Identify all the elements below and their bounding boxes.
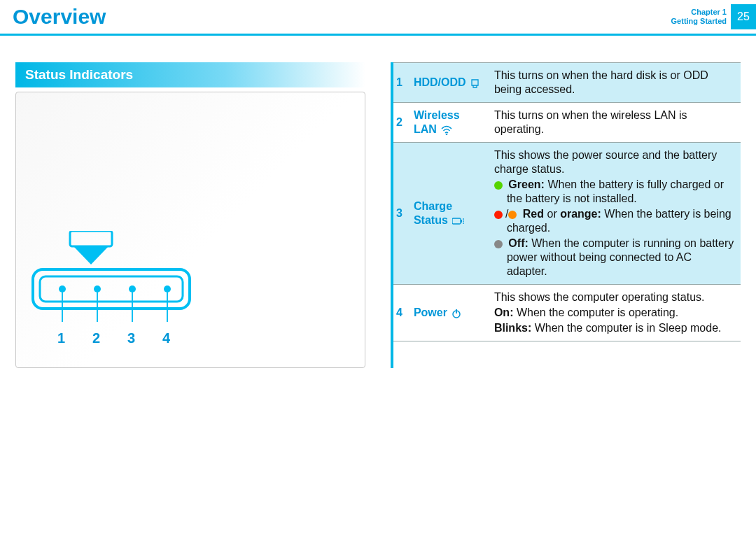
indicator-description: This shows the computer operating status… [489, 285, 741, 341]
left-column: Status Indicators [15, 62, 365, 368]
indicator-name: Power [408, 285, 489, 341]
svg-rect-13 [461, 220, 462, 223]
chapter-label: Chapter 1 Getting Started [671, 8, 727, 25]
indicator-name: HDD/ODD [408, 63, 489, 103]
description-line: Off: When the computer is running on bat… [494, 237, 735, 278]
chapter-badge: Chapter 1 Getting Started 25 [671, 4, 756, 29]
hdd-icon [470, 78, 479, 88]
status-dot-icon [494, 211, 503, 219]
status-diagram: 1 2 3 4 [15, 92, 365, 368]
led-label-4: 4 [162, 330, 170, 346]
svg-point-4 [94, 285, 101, 292]
status-dot-icon [494, 240, 503, 248]
table-row: 1HDD/ODD This turns on when the hard dis… [391, 63, 741, 103]
right-column: 1HDD/ODD This turns on when the hard dis… [391, 62, 741, 368]
description-line: This shows the computer operating status… [494, 290, 735, 304]
table-row: 3Charge Status This shows the power sour… [391, 143, 741, 285]
page-number: 25 [731, 4, 756, 29]
charge-icon [452, 217, 465, 225]
chapter-line-2: Getting Started [671, 17, 727, 26]
power-icon [451, 309, 461, 318]
svg-point-11 [446, 133, 448, 134]
description-line: Blinks: When the computer is in Sleep mo… [494, 321, 735, 335]
status-dot-icon [508, 211, 517, 219]
description-line: Green: When the battery is fully charged… [494, 178, 735, 206]
description-line: This turns on when the wireless LAN is o… [494, 108, 735, 136]
led-label-1: 1 [57, 330, 65, 346]
status-dot-icon [494, 181, 503, 190]
description-line: This shows the power source and the batt… [494, 148, 735, 176]
indicator-table: 1HDD/ODD This turns on when the hard dis… [391, 62, 741, 341]
table-accent-bar [391, 62, 393, 368]
indicator-name: Charge Status [408, 143, 489, 285]
led-label-3: 3 [127, 330, 135, 346]
svg-point-5 [129, 285, 136, 292]
indicator-description: This turns on when the wireless LAN is o… [489, 103, 741, 143]
section-title: Status Indicators [15, 62, 365, 87]
chapter-line-1: Chapter 1 [671, 8, 727, 17]
wifi-icon [441, 125, 452, 135]
description-line: / Red or orange: When the battery is bei… [494, 207, 735, 235]
svg-rect-12 [452, 218, 461, 224]
content-area: Status Indicators [0, 62, 756, 368]
led-label-2: 2 [92, 330, 100, 346]
indicator-description: This turns on when the hard disk is or O… [489, 63, 741, 103]
svg-rect-0 [70, 231, 112, 246]
table-row: 2Wireless LAN This turns on when the wir… [391, 103, 741, 143]
page-title: Overview [13, 5, 106, 29]
svg-point-3 [59, 285, 66, 292]
table-row: 4Power This shows the computer operating… [391, 285, 741, 341]
page-header: Overview Chapter 1 Getting Started 25 [0, 0, 756, 34]
svg-point-6 [164, 285, 171, 292]
indicator-description: This shows the power source and the batt… [489, 143, 741, 285]
indicator-name: Wireless LAN [408, 103, 489, 143]
header-divider [0, 34, 756, 36]
description-line: On: When the computer is operating. [494, 306, 735, 320]
description-line: This turns on when the hard disk is or O… [494, 69, 735, 97]
